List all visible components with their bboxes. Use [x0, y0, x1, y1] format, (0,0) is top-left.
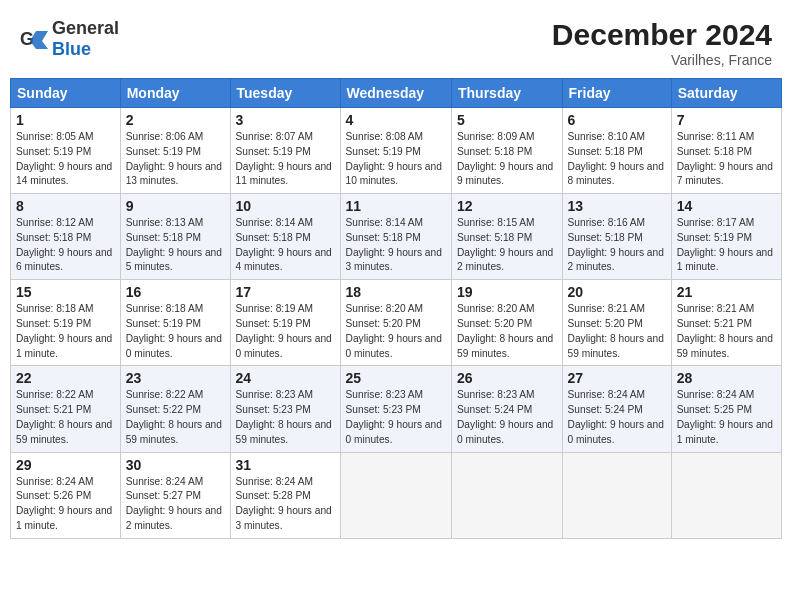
calendar-week-row: 15Sunrise: 8:18 AMSunset: 5:19 PMDayligh… — [11, 280, 782, 366]
day-number: 4 — [346, 112, 446, 128]
logo-general-text: General — [52, 18, 119, 38]
col-header-wednesday: Wednesday — [340, 79, 451, 108]
calendar-cell: 3Sunrise: 8:07 AMSunset: 5:19 PMDaylight… — [230, 108, 340, 194]
day-info: Sunrise: 8:12 AMSunset: 5:18 PMDaylight:… — [16, 216, 115, 275]
calendar-cell — [340, 452, 451, 538]
day-number: 17 — [236, 284, 335, 300]
month-year: December 2024 — [552, 18, 772, 52]
calendar-cell — [671, 452, 781, 538]
calendar-week-row: 1Sunrise: 8:05 AMSunset: 5:19 PMDaylight… — [11, 108, 782, 194]
day-info: Sunrise: 8:20 AMSunset: 5:20 PMDaylight:… — [346, 302, 446, 361]
day-info: Sunrise: 8:09 AMSunset: 5:18 PMDaylight:… — [457, 130, 557, 189]
day-info: Sunrise: 8:15 AMSunset: 5:18 PMDaylight:… — [457, 216, 557, 275]
calendar-week-row: 8Sunrise: 8:12 AMSunset: 5:18 PMDaylight… — [11, 194, 782, 280]
calendar-week-row: 22Sunrise: 8:22 AMSunset: 5:21 PMDayligh… — [11, 366, 782, 452]
day-info: Sunrise: 8:23 AMSunset: 5:23 PMDaylight:… — [236, 388, 335, 447]
day-number: 18 — [346, 284, 446, 300]
calendar-cell: 16Sunrise: 8:18 AMSunset: 5:19 PMDayligh… — [120, 280, 230, 366]
day-number: 28 — [677, 370, 776, 386]
calendar-cell: 27Sunrise: 8:24 AMSunset: 5:24 PMDayligh… — [562, 366, 671, 452]
calendar-cell: 18Sunrise: 8:20 AMSunset: 5:20 PMDayligh… — [340, 280, 451, 366]
col-header-thursday: Thursday — [452, 79, 563, 108]
calendar-cell: 29Sunrise: 8:24 AMSunset: 5:26 PMDayligh… — [11, 452, 121, 538]
calendar-cell: 6Sunrise: 8:10 AMSunset: 5:18 PMDaylight… — [562, 108, 671, 194]
day-number: 22 — [16, 370, 115, 386]
calendar-cell: 19Sunrise: 8:20 AMSunset: 5:20 PMDayligh… — [452, 280, 563, 366]
day-info: Sunrise: 8:10 AMSunset: 5:18 PMDaylight:… — [568, 130, 666, 189]
day-info: Sunrise: 8:21 AMSunset: 5:20 PMDaylight:… — [568, 302, 666, 361]
day-info: Sunrise: 8:14 AMSunset: 5:18 PMDaylight:… — [346, 216, 446, 275]
calendar-cell: 21Sunrise: 8:21 AMSunset: 5:21 PMDayligh… — [671, 280, 781, 366]
day-number: 26 — [457, 370, 557, 386]
day-info: Sunrise: 8:20 AMSunset: 5:20 PMDaylight:… — [457, 302, 557, 361]
day-info: Sunrise: 8:13 AMSunset: 5:18 PMDaylight:… — [126, 216, 225, 275]
calendar-cell — [562, 452, 671, 538]
calendar-cell: 13Sunrise: 8:16 AMSunset: 5:18 PMDayligh… — [562, 194, 671, 280]
calendar-cell: 15Sunrise: 8:18 AMSunset: 5:19 PMDayligh… — [11, 280, 121, 366]
day-number: 3 — [236, 112, 335, 128]
title-area: December 2024 Varilhes, France — [552, 18, 772, 68]
calendar-cell: 14Sunrise: 8:17 AMSunset: 5:19 PMDayligh… — [671, 194, 781, 280]
day-number: 27 — [568, 370, 666, 386]
logo-icon: G — [20, 27, 48, 51]
calendar-cell: 8Sunrise: 8:12 AMSunset: 5:18 PMDaylight… — [11, 194, 121, 280]
calendar-cell: 10Sunrise: 8:14 AMSunset: 5:18 PMDayligh… — [230, 194, 340, 280]
day-info: Sunrise: 8:24 AMSunset: 5:24 PMDaylight:… — [568, 388, 666, 447]
day-number: 10 — [236, 198, 335, 214]
calendar-cell: 31Sunrise: 8:24 AMSunset: 5:28 PMDayligh… — [230, 452, 340, 538]
calendar-cell: 11Sunrise: 8:14 AMSunset: 5:18 PMDayligh… — [340, 194, 451, 280]
day-number: 7 — [677, 112, 776, 128]
col-header-saturday: Saturday — [671, 79, 781, 108]
day-number: 2 — [126, 112, 225, 128]
calendar-cell: 30Sunrise: 8:24 AMSunset: 5:27 PMDayligh… — [120, 452, 230, 538]
day-number: 24 — [236, 370, 335, 386]
calendar-week-row: 29Sunrise: 8:24 AMSunset: 5:26 PMDayligh… — [11, 452, 782, 538]
day-number: 16 — [126, 284, 225, 300]
calendar-cell: 5Sunrise: 8:09 AMSunset: 5:18 PMDaylight… — [452, 108, 563, 194]
day-info: Sunrise: 8:19 AMSunset: 5:19 PMDaylight:… — [236, 302, 335, 361]
day-info: Sunrise: 8:14 AMSunset: 5:18 PMDaylight:… — [236, 216, 335, 275]
day-number: 12 — [457, 198, 557, 214]
day-info: Sunrise: 8:05 AMSunset: 5:19 PMDaylight:… — [16, 130, 115, 189]
day-info: Sunrise: 8:16 AMSunset: 5:18 PMDaylight:… — [568, 216, 666, 275]
day-info: Sunrise: 8:18 AMSunset: 5:19 PMDaylight:… — [16, 302, 115, 361]
day-number: 23 — [126, 370, 225, 386]
day-number: 25 — [346, 370, 446, 386]
calendar-cell: 26Sunrise: 8:23 AMSunset: 5:24 PMDayligh… — [452, 366, 563, 452]
calendar-cell: 12Sunrise: 8:15 AMSunset: 5:18 PMDayligh… — [452, 194, 563, 280]
day-info: Sunrise: 8:22 AMSunset: 5:22 PMDaylight:… — [126, 388, 225, 447]
calendar-cell: 20Sunrise: 8:21 AMSunset: 5:20 PMDayligh… — [562, 280, 671, 366]
day-number: 30 — [126, 457, 225, 473]
calendar: SundayMondayTuesdayWednesdayThursdayFrid… — [10, 78, 782, 539]
col-header-sunday: Sunday — [11, 79, 121, 108]
col-header-tuesday: Tuesday — [230, 79, 340, 108]
calendar-header-row: SundayMondayTuesdayWednesdayThursdayFrid… — [11, 79, 782, 108]
calendar-cell: 23Sunrise: 8:22 AMSunset: 5:22 PMDayligh… — [120, 366, 230, 452]
day-info: Sunrise: 8:06 AMSunset: 5:19 PMDaylight:… — [126, 130, 225, 189]
calendar-cell: 4Sunrise: 8:08 AMSunset: 5:19 PMDaylight… — [340, 108, 451, 194]
col-header-monday: Monday — [120, 79, 230, 108]
calendar-cell: 28Sunrise: 8:24 AMSunset: 5:25 PMDayligh… — [671, 366, 781, 452]
location: Varilhes, France — [552, 52, 772, 68]
day-info: Sunrise: 8:11 AMSunset: 5:18 PMDaylight:… — [677, 130, 776, 189]
day-info: Sunrise: 8:08 AMSunset: 5:19 PMDaylight:… — [346, 130, 446, 189]
calendar-cell — [452, 452, 563, 538]
day-info: Sunrise: 8:21 AMSunset: 5:21 PMDaylight:… — [677, 302, 776, 361]
calendar-cell: 25Sunrise: 8:23 AMSunset: 5:23 PMDayligh… — [340, 366, 451, 452]
day-info: Sunrise: 8:22 AMSunset: 5:21 PMDaylight:… — [16, 388, 115, 447]
col-header-friday: Friday — [562, 79, 671, 108]
day-info: Sunrise: 8:18 AMSunset: 5:19 PMDaylight:… — [126, 302, 225, 361]
calendar-cell: 2Sunrise: 8:06 AMSunset: 5:19 PMDaylight… — [120, 108, 230, 194]
day-number: 13 — [568, 198, 666, 214]
day-info: Sunrise: 8:24 AMSunset: 5:25 PMDaylight:… — [677, 388, 776, 447]
calendar-cell: 17Sunrise: 8:19 AMSunset: 5:19 PMDayligh… — [230, 280, 340, 366]
day-number: 9 — [126, 198, 225, 214]
day-number: 11 — [346, 198, 446, 214]
day-info: Sunrise: 8:07 AMSunset: 5:19 PMDaylight:… — [236, 130, 335, 189]
day-info: Sunrise: 8:23 AMSunset: 5:23 PMDaylight:… — [346, 388, 446, 447]
day-number: 20 — [568, 284, 666, 300]
day-info: Sunrise: 8:24 AMSunset: 5:26 PMDaylight:… — [16, 475, 115, 534]
calendar-cell: 9Sunrise: 8:13 AMSunset: 5:18 PMDaylight… — [120, 194, 230, 280]
day-number: 1 — [16, 112, 115, 128]
day-info: Sunrise: 8:24 AMSunset: 5:27 PMDaylight:… — [126, 475, 225, 534]
